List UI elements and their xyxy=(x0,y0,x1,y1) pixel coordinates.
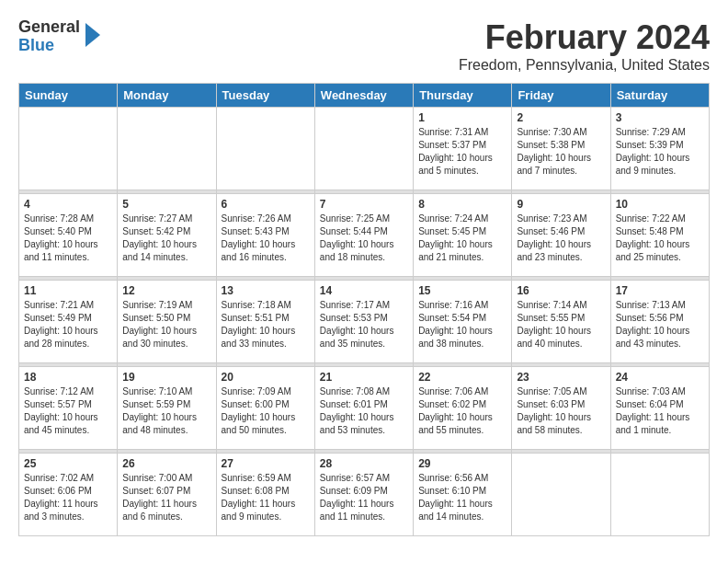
calendar-cell: 29Sunrise: 6:56 AM Sunset: 6:10 PM Dayli… xyxy=(414,454,512,536)
day-number: 20 xyxy=(222,371,310,384)
day-info: Sunrise: 7:27 AM Sunset: 5:42 PM Dayligh… xyxy=(122,213,210,264)
calendar-cell: 18Sunrise: 7:12 AM Sunset: 5:57 PM Dayli… xyxy=(19,367,118,450)
day-number: 18 xyxy=(24,371,112,384)
day-number: 1 xyxy=(418,111,506,124)
calendar-cell: 20Sunrise: 7:09 AM Sunset: 6:00 PM Dayli… xyxy=(216,367,314,450)
day-number: 2 xyxy=(517,111,605,124)
calendar-cell: 16Sunrise: 7:14 AM Sunset: 5:55 PM Dayli… xyxy=(512,281,610,363)
calendar-cell: 24Sunrise: 7:03 AM Sunset: 6:04 PM Dayli… xyxy=(610,367,709,450)
calendar: SundayMondayTuesdayWednesdayThursdayFrid… xyxy=(18,83,710,536)
day-info: Sunrise: 7:05 AM Sunset: 6:03 PM Dayligh… xyxy=(517,385,605,437)
calendar-week-5: 25Sunrise: 7:02 AM Sunset: 6:06 PM Dayli… xyxy=(19,454,710,536)
calendar-cell: 21Sunrise: 7:08 AM Sunset: 6:01 PM Dayli… xyxy=(314,367,413,450)
day-info: Sunrise: 7:29 AM Sunset: 5:39 PM Dayligh… xyxy=(616,126,704,178)
calendar-cell: 27Sunrise: 6:59 AM Sunset: 6:08 PM Dayli… xyxy=(216,454,314,536)
weekday-header-friday: Friday xyxy=(512,84,610,108)
day-info: Sunrise: 6:56 AM Sunset: 6:10 PM Dayligh… xyxy=(418,472,506,523)
day-number: 26 xyxy=(122,457,210,470)
day-number: 29 xyxy=(418,457,506,470)
day-number: 15 xyxy=(418,284,506,297)
logo-general: General xyxy=(18,18,80,37)
calendar-cell: 10Sunrise: 7:22 AM Sunset: 5:48 PM Dayli… xyxy=(610,194,709,277)
day-info: Sunrise: 6:59 AM Sunset: 6:08 PM Dayligh… xyxy=(222,472,310,523)
calendar-cell: 28Sunrise: 6:57 AM Sunset: 6:09 PM Dayli… xyxy=(314,454,413,536)
calendar-cell: 11Sunrise: 7:21 AM Sunset: 5:49 PM Dayli… xyxy=(19,281,118,363)
day-info: Sunrise: 7:16 AM Sunset: 5:54 PM Dayligh… xyxy=(418,299,506,350)
calendar-cell: 6Sunrise: 7:26 AM Sunset: 5:43 PM Daylig… xyxy=(216,194,314,277)
day-number: 28 xyxy=(320,457,408,470)
day-info: Sunrise: 7:31 AM Sunset: 5:37 PM Dayligh… xyxy=(418,126,506,178)
day-info: Sunrise: 6:57 AM Sunset: 6:09 PM Dayligh… xyxy=(320,472,408,523)
calendar-cell: 23Sunrise: 7:05 AM Sunset: 6:03 PM Dayli… xyxy=(512,367,610,450)
calendar-cell: 9Sunrise: 7:23 AM Sunset: 5:46 PM Daylig… xyxy=(512,194,610,277)
day-number: 14 xyxy=(320,284,408,297)
day-info: Sunrise: 7:03 AM Sunset: 6:04 PM Dayligh… xyxy=(616,385,704,437)
day-info: Sunrise: 7:02 AM Sunset: 6:06 PM Dayligh… xyxy=(24,472,112,523)
calendar-cell: 13Sunrise: 7:18 AM Sunset: 5:51 PM Dayli… xyxy=(216,281,314,363)
page-header: General Blue February 2024 Freedom, Penn… xyxy=(18,18,710,74)
calendar-header-row: SundayMondayTuesdayWednesdayThursdayFrid… xyxy=(19,84,710,108)
day-number: 4 xyxy=(24,198,112,211)
calendar-cell xyxy=(216,108,314,190)
day-number: 17 xyxy=(616,284,704,297)
day-info: Sunrise: 7:08 AM Sunset: 6:01 PM Dayligh… xyxy=(320,385,408,437)
calendar-cell: 2Sunrise: 7:30 AM Sunset: 5:38 PM Daylig… xyxy=(512,108,610,190)
calendar-cell: 14Sunrise: 7:17 AM Sunset: 5:53 PM Dayli… xyxy=(314,281,413,363)
day-info: Sunrise: 7:19 AM Sunset: 5:50 PM Dayligh… xyxy=(122,299,210,350)
calendar-week-3: 11Sunrise: 7:21 AM Sunset: 5:49 PM Dayli… xyxy=(19,281,710,363)
day-info: Sunrise: 7:14 AM Sunset: 5:55 PM Dayligh… xyxy=(517,299,605,350)
day-info: Sunrise: 7:22 AM Sunset: 5:48 PM Dayligh… xyxy=(616,213,704,264)
weekday-header-thursday: Thursday xyxy=(414,84,512,108)
day-number: 11 xyxy=(24,284,112,297)
calendar-cell: 3Sunrise: 7:29 AM Sunset: 5:39 PM Daylig… xyxy=(610,108,709,190)
weekday-header-wednesday: Wednesday xyxy=(314,84,413,108)
logo-blue: Blue xyxy=(18,37,80,55)
day-number: 16 xyxy=(517,284,605,297)
calendar-cell: 5Sunrise: 7:27 AM Sunset: 5:42 PM Daylig… xyxy=(118,194,216,277)
day-info: Sunrise: 7:09 AM Sunset: 6:00 PM Dayligh… xyxy=(222,385,310,437)
month-title: February 2024 xyxy=(459,18,710,57)
day-number: 25 xyxy=(24,457,112,470)
calendar-cell xyxy=(118,108,216,190)
calendar-cell xyxy=(314,108,413,190)
day-number: 6 xyxy=(222,198,310,211)
calendar-week-2: 4Sunrise: 7:28 AM Sunset: 5:40 PM Daylig… xyxy=(19,194,710,277)
weekday-header-monday: Monday xyxy=(118,84,216,108)
day-number: 13 xyxy=(222,284,310,297)
day-info: Sunrise: 7:28 AM Sunset: 5:40 PM Dayligh… xyxy=(24,213,112,264)
svg-marker-0 xyxy=(85,23,100,47)
day-number: 3 xyxy=(616,111,704,124)
day-number: 22 xyxy=(418,371,506,384)
weekday-header-sunday: Sunday xyxy=(19,84,118,108)
day-info: Sunrise: 7:18 AM Sunset: 5:51 PM Dayligh… xyxy=(222,299,310,350)
day-number: 9 xyxy=(517,198,605,211)
day-number: 23 xyxy=(517,371,605,384)
calendar-cell xyxy=(610,454,709,536)
day-info: Sunrise: 7:10 AM Sunset: 5:59 PM Dayligh… xyxy=(122,385,210,437)
calendar-cell: 17Sunrise: 7:13 AM Sunset: 5:56 PM Dayli… xyxy=(610,281,709,363)
day-number: 12 xyxy=(122,284,210,297)
title-block: February 2024 Freedom, Pennsylvania, Uni… xyxy=(459,18,710,74)
calendar-cell: 15Sunrise: 7:16 AM Sunset: 5:54 PM Dayli… xyxy=(414,281,512,363)
weekday-header-saturday: Saturday xyxy=(610,84,709,108)
calendar-cell: 26Sunrise: 7:00 AM Sunset: 6:07 PM Dayli… xyxy=(118,454,216,536)
day-number: 21 xyxy=(320,371,408,384)
day-number: 5 xyxy=(122,198,210,211)
day-info: Sunrise: 7:24 AM Sunset: 5:45 PM Dayligh… xyxy=(418,213,506,264)
day-info: Sunrise: 7:30 AM Sunset: 5:38 PM Dayligh… xyxy=(517,126,605,178)
calendar-cell: 8Sunrise: 7:24 AM Sunset: 5:45 PM Daylig… xyxy=(414,194,512,277)
calendar-cell: 19Sunrise: 7:10 AM Sunset: 5:59 PM Dayli… xyxy=(118,367,216,450)
calendar-cell: 22Sunrise: 7:06 AM Sunset: 6:02 PM Dayli… xyxy=(414,367,512,450)
day-info: Sunrise: 7:06 AM Sunset: 6:02 PM Dayligh… xyxy=(418,385,506,437)
day-info: Sunrise: 7:17 AM Sunset: 5:53 PM Dayligh… xyxy=(320,299,408,350)
day-number: 10 xyxy=(616,198,704,211)
calendar-cell xyxy=(512,454,610,536)
calendar-week-4: 18Sunrise: 7:12 AM Sunset: 5:57 PM Dayli… xyxy=(19,367,710,450)
calendar-cell: 12Sunrise: 7:19 AM Sunset: 5:50 PM Dayli… xyxy=(118,281,216,363)
location: Freedom, Pennsylvania, United States xyxy=(459,57,710,74)
calendar-cell: 25Sunrise: 7:02 AM Sunset: 6:06 PM Dayli… xyxy=(19,454,118,536)
calendar-cell: 1Sunrise: 7:31 AM Sunset: 5:37 PM Daylig… xyxy=(414,108,512,190)
calendar-cell xyxy=(19,108,118,190)
logo: General Blue xyxy=(18,18,104,55)
day-number: 24 xyxy=(616,371,704,384)
